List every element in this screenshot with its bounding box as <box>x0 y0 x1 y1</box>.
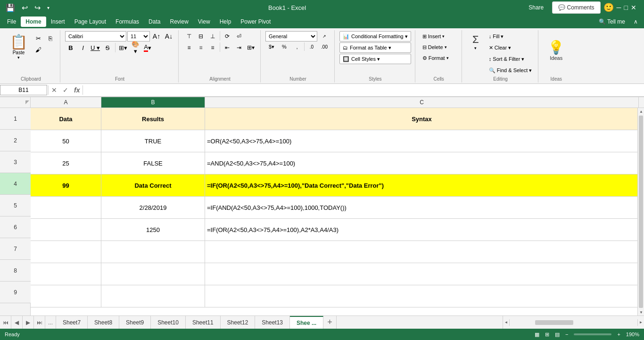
font-shrink-button[interactable]: A↓ <box>163 31 174 41</box>
row-header-6[interactable]: 6 <box>0 216 31 238</box>
paste-button[interactable]: 📋 Paste ▾ <box>6 31 32 62</box>
formula-cancel-icon[interactable]: ✕ <box>50 85 59 95</box>
menu-home[interactable]: Home <box>21 17 46 27</box>
decimal-decrease-button[interactable]: .00 <box>318 42 330 51</box>
align-right-button[interactable]: ≡ <box>207 42 218 53</box>
insert-cells-button[interactable]: ⊞ Insert ▾ <box>420 31 458 41</box>
cut-button[interactable]: ✂ <box>33 33 44 43</box>
cell-c4[interactable]: =IF(OR(A2<50,A3<>75,A4>=100),"Data Corre… <box>205 174 637 196</box>
cell-a8[interactable] <box>31 263 101 285</box>
cell-reference-box[interactable]: B11 <box>0 85 47 95</box>
align-top-button[interactable]: ⊤ <box>183 31 195 41</box>
cell-b9[interactable] <box>101 285 205 307</box>
decimal-increase-button[interactable]: .0 <box>305 42 318 51</box>
ideas-button[interactable]: 💡 Ideas <box>543 31 569 69</box>
view-layout-icon[interactable]: ⊞ <box>545 332 549 338</box>
cell-c1[interactable]: Syntax <box>205 108 637 130</box>
horizontal-scroll-thumb[interactable] <box>535 320 573 325</box>
tab-sheet7[interactable]: Sheet7 <box>56 316 88 329</box>
menu-help[interactable]: Help <box>215 17 236 27</box>
formula-confirm-icon[interactable]: ✓ <box>61 85 70 95</box>
menu-view[interactable]: View <box>193 17 215 27</box>
copy-button[interactable]: ⎘ <box>45 33 56 43</box>
align-bottom-button[interactable]: ⊥ <box>207 31 218 41</box>
wrap-text-button[interactable]: ⏎ <box>233 31 245 41</box>
scroll-thumb[interactable] <box>639 116 643 308</box>
fill-button[interactable]: ↓ Fill ▾ <box>487 31 535 41</box>
number-dialog-button[interactable]: ↗ <box>318 32 330 41</box>
scroll-right-button[interactable]: ► <box>637 319 644 326</box>
menu-data[interactable]: Data <box>144 17 165 27</box>
comments-button[interactable]: 💬 Comments <box>552 1 600 14</box>
cell-a4[interactable]: 99 <box>31 174 101 196</box>
italic-button[interactable]: I <box>77 42 89 53</box>
align-left-button[interactable]: ≡ <box>183 42 195 53</box>
cell-c6[interactable]: =IF(OR(A2<50,A3<>75,A4>=100),A2*A3,A4/A3… <box>205 219 637 240</box>
tab-sheet11[interactable]: Sheet11 <box>186 316 221 329</box>
cell-b3[interactable]: FALSE <box>101 152 205 174</box>
add-sheet-button[interactable]: + <box>323 316 337 329</box>
tab-prev-button[interactable]: ◀ <box>11 316 23 329</box>
format-as-table-button[interactable]: 🗂 Format as Table ▾ <box>339 42 411 53</box>
save-icon[interactable]: 💾 <box>4 2 17 13</box>
cell-b6[interactable]: 1250 <box>101 219 205 240</box>
strikethrough-button[interactable]: S <box>102 42 113 53</box>
vertical-scrollbar[interactable]: ▲ ▼ <box>637 108 644 315</box>
fill-color-button[interactable]: 🎨▾ <box>130 42 141 53</box>
delete-cells-button[interactable]: ⊟ Delete ▾ <box>420 42 458 52</box>
maximize-icon[interactable]: □ <box>624 4 628 11</box>
indent-increase-button[interactable]: ⇥ <box>233 42 245 53</box>
cell-b4[interactable]: Data Correct <box>101 174 205 196</box>
cell-c7[interactable] <box>205 241 637 263</box>
formula-input[interactable] <box>84 85 644 95</box>
row-header-7[interactable]: 7 <box>0 238 31 260</box>
cell-b1[interactable]: Results <box>101 108 205 130</box>
row-header-4[interactable]: 4 <box>0 173 31 195</box>
underline-button[interactable]: U ▾ <box>90 42 101 53</box>
tab-ellipsis[interactable]: ... <box>45 316 56 329</box>
cell-a1[interactable]: Data <box>31 108 101 130</box>
font-grow-button[interactable]: A↑ <box>151 31 162 41</box>
close-icon[interactable]: ✕ <box>631 4 636 11</box>
formula-fx-icon[interactable]: fx <box>72 85 82 95</box>
tab-last-button[interactable]: ⏭ <box>34 316 45 329</box>
cell-a7[interactable] <box>31 241 101 263</box>
tab-sheet-active[interactable]: Shee ... <box>290 316 323 329</box>
ribbon-collapse-icon[interactable]: ∧ <box>630 18 642 25</box>
scroll-up-button[interactable]: ▲ <box>638 108 644 115</box>
menu-insert[interactable]: Insert <box>46 17 70 27</box>
text-direction-button[interactable]: ⟳ <box>222 31 233 41</box>
font-color-button[interactable]: A▾ <box>142 42 153 53</box>
cell-a2[interactable]: 50 <box>31 130 101 152</box>
align-middle-button[interactable]: ⊟ <box>195 31 206 41</box>
zoom-in-button[interactable]: + <box>617 332 620 337</box>
tab-sheet12[interactable]: Sheet12 <box>221 316 256 329</box>
cell-c8[interactable] <box>205 263 637 285</box>
col-header-c[interactable]: C <box>205 97 639 108</box>
horizontal-scroll-track[interactable] <box>510 319 637 326</box>
tab-sheet10[interactable]: Sheet10 <box>151 316 186 329</box>
search-box[interactable]: 🔍 Tell me <box>594 17 630 27</box>
font-size-select[interactable]: 11 <box>127 31 150 41</box>
menu-page-layout[interactable]: Page Layout <box>70 17 111 27</box>
row-header-2[interactable]: 2 <box>0 130 31 151</box>
autosum-button[interactable]: Σ ▾ <box>467 31 485 75</box>
tab-sheet8[interactable]: Sheet8 <box>88 316 119 329</box>
tab-sheet9[interactable]: Sheet9 <box>119 316 151 329</box>
cell-a3[interactable]: 25 <box>31 152 101 174</box>
percent-button[interactable]: % <box>278 42 290 51</box>
row-header-9[interactable]: 9 <box>0 282 31 303</box>
number-format-select[interactable]: General <box>265 31 317 41</box>
cell-b7[interactable] <box>101 241 205 263</box>
redo-icon[interactable]: ↪ <box>33 2 42 13</box>
tab-first-button[interactable]: ⏮ <box>0 316 11 329</box>
undo-icon[interactable]: ↩ <box>20 2 30 13</box>
tab-sheet13[interactable]: Sheet13 <box>255 316 290 329</box>
clear-button[interactable]: ✕ Clear ▾ <box>487 42 535 53</box>
tab-next-button[interactable]: ▶ <box>23 316 34 329</box>
format-painter-button[interactable]: 🖌 <box>33 44 44 55</box>
cell-c5[interactable]: =IF(AND(A2<50,A3<>75,A4>=100),1000,TODAY… <box>205 197 637 218</box>
zoom-slider[interactable] <box>574 333 611 335</box>
row-header-3[interactable]: 3 <box>0 151 31 173</box>
indent-decrease-button[interactable]: ⇤ <box>222 42 233 53</box>
